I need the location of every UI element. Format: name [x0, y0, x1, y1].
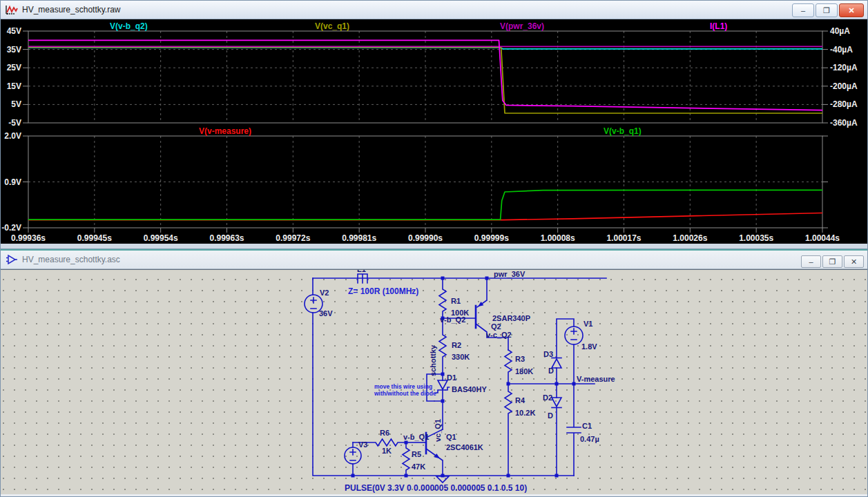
- label-net_vmeasure: V-measure: [577, 375, 615, 383]
- label-pulse: PULSE(0V 3.3V 0 0.000005 0.000005 0.1 0.…: [345, 483, 527, 493]
- schematic-window-bottom-border: [1, 494, 867, 496]
- x-axis-label: 0.99972s: [276, 233, 310, 243]
- waveform-window: HV_measure_schottky.raw – ❐ ✕ 45V35V25V1…: [0, 0, 868, 249]
- label-r6_val: 1K: [382, 447, 392, 455]
- label-r5_val: 47K: [412, 462, 425, 471]
- label-r3: R3: [515, 355, 525, 363]
- label-q2: Q2: [491, 322, 501, 331]
- junction-dot: [405, 441, 408, 445]
- junction-dot: [572, 382, 576, 386]
- minimize-button[interactable]: –: [792, 3, 814, 17]
- x-axis-label: 1.00026s: [673, 233, 707, 243]
- label-net_vcq2: v-c_Q2: [486, 331, 512, 339]
- label-net_vbq2: v-b_Q2: [440, 315, 465, 324]
- label-v1: V1: [584, 320, 592, 328]
- x-axis-label: 0.99981s: [342, 233, 376, 243]
- schematic-svg[interactable]: L1V236VZ= 100R (100MHz)R1100Kv-b_Q2pwr_3…: [1, 270, 867, 494]
- trace-label-V(v-measure)[interactable]: V(v-measure): [199, 126, 251, 136]
- trace-label-V(v-b_q1)[interactable]: V(v-b_q1): [604, 126, 642, 136]
- x-axis-label: 0.99954s: [144, 233, 178, 243]
- trace-label-V(pwr_36v)[interactable]: V(pwr_36v): [500, 21, 544, 31]
- transistor-Q2-emitter: [477, 278, 487, 307]
- y-axis-label-right: -40µA: [830, 45, 853, 55]
- y-axis-label-left: 35V: [7, 45, 21, 55]
- diode-D2-symbol: [552, 398, 561, 407]
- y-axis-label-left: 0.9V: [4, 177, 21, 187]
- y-axis-label-left: 2.0V: [4, 131, 21, 141]
- junction-dot: [441, 277, 445, 280]
- close-button[interactable]: ✕: [839, 3, 864, 17]
- trace-label-I(L1)[interactable]: I(L1): [710, 21, 727, 31]
- x-axis-label: 0.99936s: [11, 233, 46, 243]
- schem-maximize-button[interactable]: ❐: [822, 255, 842, 268]
- y-axis-label-right: 40µA: [830, 26, 850, 36]
- x-axis-label: 1.00017s: [606, 233, 641, 243]
- y-axis-label-left: -5V: [8, 118, 21, 128]
- label-r3_val: 180K: [515, 367, 533, 376]
- label-r4_val: 10.2K: [515, 409, 535, 417]
- schematic-window-title: HV_measure_schottky.asc: [22, 255, 120, 264]
- capacitor-C1-symbol: [567, 384, 581, 476]
- junction-dot: [555, 474, 559, 478]
- label-q2_model: 2SAR340P: [492, 314, 530, 322]
- y-axis-label-right: -120µA: [830, 63, 858, 72]
- trace-label-V(v-b_q2)[interactable]: V(v-b_q2): [110, 21, 148, 31]
- label-v3: V3: [358, 440, 367, 449]
- resistor-R5-symbol: [403, 442, 409, 476]
- label-r2_val: 330K: [452, 353, 470, 361]
- x-axis-label: 0.99990s: [408, 233, 443, 243]
- waveform-window-title: HV_measure_schottky.raw: [22, 5, 121, 14]
- label-v2: V2: [320, 289, 329, 297]
- y-axis-label-right: -280µA: [830, 99, 858, 109]
- y-axis-label-left: 25V: [7, 63, 21, 72]
- x-axis-label: 0.99963s: [209, 233, 244, 243]
- diode-D1-symbol: [438, 380, 447, 389]
- y-axis-label-right: -360µA: [830, 118, 858, 128]
- waveform-window-bottom-border: [1, 244, 867, 248]
- label-d3_val: D: [548, 367, 554, 375]
- junction-dot: [507, 382, 510, 386]
- waveform-file-icon: [6, 4, 18, 15]
- schematic-file-icon: [6, 254, 18, 265]
- waveform-plot-area[interactable]: 45V35V25V15V5V-5V40µA-40µA-120µA-200µA-2…: [1, 19, 867, 244]
- schematic-titlebar[interactable]: HV_measure_schottky.asc – ❐ ✕: [1, 249, 867, 269]
- label-d3: D3: [543, 350, 553, 358]
- label-znote: Z= 100R (100MHz): [348, 286, 418, 296]
- label-q1_model: 2SC4061K: [446, 443, 483, 451]
- junction-dot: [441, 474, 445, 478]
- q1-emitter-arrow: [434, 454, 440, 458]
- y-axis-label-left: 5V: [11, 99, 21, 109]
- y-axis-label-left: 45V: [7, 26, 21, 36]
- resistor-R2-symbol: [439, 318, 446, 380]
- schem-close-button[interactable]: ✕: [844, 255, 864, 268]
- transistor-Q1-emitter: [426, 449, 443, 476]
- label-net_pwr: pwr_36V: [494, 270, 525, 278]
- x-axis-label: 1.00044s: [805, 233, 840, 243]
- label-v1_val: 1.8V: [581, 342, 597, 351]
- label-net_vcq1: vc_Q1: [434, 419, 442, 442]
- schem-minimize-button[interactable]: –: [801, 255, 821, 268]
- x-axis-label: 1.00008s: [541, 233, 575, 243]
- label-q1: Q1: [446, 433, 456, 441]
- schematic-text-layer: L1V236VZ= 100R (100MHz)R1100Kv-b_Q2pwr_3…: [319, 270, 615, 493]
- y-axis-label-left: 15V: [7, 81, 21, 91]
- label-r5: R5: [412, 450, 421, 458]
- y-axis-label-right: -200µA: [830, 81, 858, 91]
- maximize-button[interactable]: ❐: [816, 3, 838, 17]
- resistor-R4-symbol: [505, 384, 512, 476]
- junction-dot: [507, 474, 510, 478]
- label-r6: R6: [380, 429, 389, 437]
- label-r4: R4: [515, 396, 525, 405]
- label-d2_val: D: [548, 411, 553, 420]
- waveform-titlebar[interactable]: HV_measure_schottky.raw – ❐ ✕: [1, 1, 867, 19]
- label-d1: D1: [447, 373, 456, 382]
- waveform-plot-svg[interactable]: 45V35V25V15V5V-5V40µA-40µA-120µA-200µA-2…: [1, 19, 867, 244]
- junction-dot: [405, 474, 408, 478]
- x-axis-label: 0.99945s: [77, 233, 112, 243]
- label-l1: L1: [357, 270, 366, 273]
- x-axis-label: 1.00035s: [739, 233, 773, 243]
- label-net_vbq1: v-b_Q1: [403, 433, 429, 441]
- y-axis-label-left: -0.2V: [1, 223, 21, 233]
- schematic-canvas[interactable]: L1V236VZ= 100R (100MHz)R1100Kv-b_Q2pwr_3…: [1, 269, 867, 494]
- trace-label-V(vc_q1)[interactable]: V(vc_q1): [315, 21, 349, 31]
